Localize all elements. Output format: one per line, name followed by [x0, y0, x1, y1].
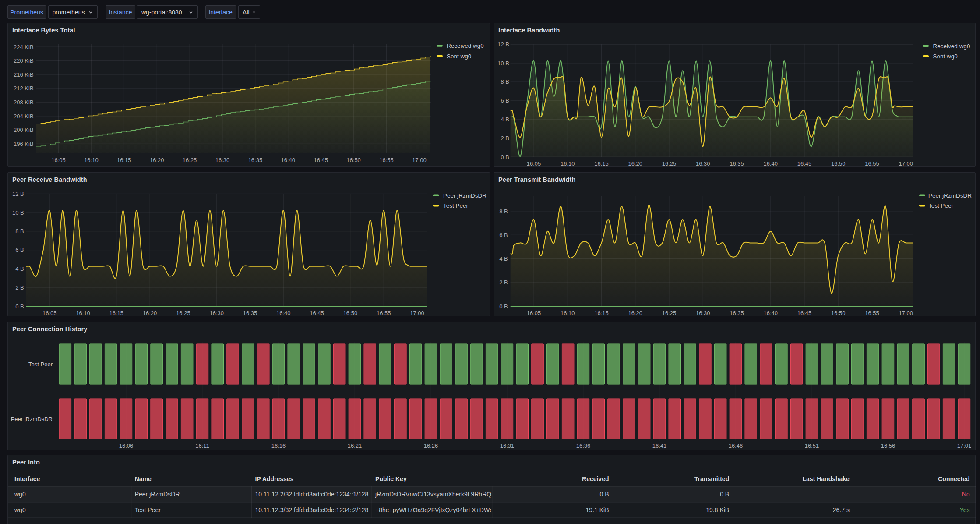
- svg-text:16:10: 16:10: [84, 157, 99, 163]
- svg-text:200 KiB: 200 KiB: [14, 127, 34, 133]
- svg-text:Last Handshake: Last Handshake: [803, 475, 850, 482]
- svg-text:16:20: 16:20: [628, 310, 643, 316]
- svg-text:Received wg0: Received wg0: [447, 42, 484, 49]
- svg-text:16:35: 16:35: [243, 310, 257, 316]
- svg-text:16:25: 16:25: [183, 157, 197, 163]
- svg-text:16:35: 16:35: [730, 310, 744, 316]
- svg-text:16:10: 16:10: [76, 310, 90, 316]
- svg-text:6 B: 6 B: [499, 232, 508, 238]
- svg-text:16:35: 16:35: [248, 157, 263, 163]
- svg-text:Transmitted: Transmitted: [694, 475, 729, 482]
- svg-text:16:30: 16:30: [696, 160, 710, 167]
- svg-text:Peer jRzmDsDR: Peer jRzmDsDR: [928, 192, 972, 199]
- svg-text:16:05: 16:05: [51, 157, 66, 163]
- svg-text:16:55: 16:55: [377, 310, 391, 316]
- svg-text:Peer jRzmDsDR: Peer jRzmDsDR: [443, 192, 486, 199]
- svg-text:Sent wg0: Sent wg0: [933, 53, 958, 60]
- svg-text:16:40: 16:40: [764, 310, 778, 316]
- svg-text:Yes: Yes: [960, 506, 970, 513]
- svg-text:16:21: 16:21: [348, 443, 362, 449]
- svg-text:Connected: Connected: [938, 475, 969, 482]
- svg-text:16:41: 16:41: [652, 443, 667, 449]
- svg-text:4 B: 4 B: [15, 266, 24, 272]
- svg-text:16:25: 16:25: [176, 310, 190, 316]
- svg-text:0 B: 0 B: [499, 303, 508, 310]
- svg-text:16:36: 16:36: [576, 443, 591, 449]
- svg-text:0 B: 0 B: [599, 491, 609, 498]
- svg-text:Test Peer: Test Peer: [928, 202, 954, 209]
- svg-text:Peer jRzmDsDR: Peer jRzmDsDR: [135, 491, 180, 498]
- svg-text:Peer jRzmDsDR: Peer jRzmDsDR: [11, 416, 53, 422]
- svg-text:0 B: 0 B: [720, 491, 729, 498]
- svg-text:16:11: 16:11: [195, 443, 209, 449]
- svg-text:16:40: 16:40: [764, 160, 778, 167]
- svg-text:16:20: 16:20: [143, 310, 157, 316]
- svg-text:16:30: 16:30: [215, 157, 230, 163]
- svg-text:Sent wg0: Sent wg0: [447, 53, 471, 60]
- svg-text:16:51: 16:51: [805, 443, 819, 449]
- svg-text:Received: Received: [582, 475, 609, 482]
- svg-text:8 B: 8 B: [15, 228, 24, 234]
- svg-text:16:15: 16:15: [594, 310, 609, 316]
- svg-text:10.11.12.3/32,fdfd:d3ad:c0de:1: 10.11.12.3/32,fdfd:d3ad:c0de:1234::2/128: [255, 506, 368, 513]
- svg-text:16:10: 16:10: [561, 160, 575, 167]
- svg-text:212 KiB: 212 KiB: [14, 85, 34, 92]
- svg-text:17:00: 17:00: [412, 157, 427, 163]
- svg-text:12 B: 12 B: [12, 191, 24, 197]
- svg-text:16:56: 16:56: [881, 443, 895, 449]
- svg-text:16:25: 16:25: [662, 160, 677, 167]
- svg-text:16:55: 16:55: [379, 157, 394, 163]
- svg-text:16:30: 16:30: [696, 310, 710, 316]
- svg-text:16:50: 16:50: [343, 310, 358, 316]
- svg-text:16:55: 16:55: [865, 160, 879, 167]
- svg-text:Test Peer: Test Peer: [443, 202, 469, 209]
- svg-text:16:25: 16:25: [662, 310, 677, 316]
- svg-text:16:20: 16:20: [150, 157, 164, 163]
- svg-text:16:35: 16:35: [730, 160, 744, 167]
- svg-text:204 KiB: 204 KiB: [14, 113, 34, 120]
- svg-text:No: No: [962, 491, 970, 498]
- svg-text:220 KiB: 220 KiB: [14, 57, 34, 64]
- svg-text:10.11.12.2/32,fdfd:d3ad:c0de:1: 10.11.12.2/32,fdfd:d3ad:c0de:1234::1/128: [255, 491, 368, 498]
- svg-text:Public Key: Public Key: [375, 475, 407, 482]
- svg-text:17:00: 17:00: [899, 160, 913, 167]
- svg-text:16:50: 16:50: [831, 310, 846, 316]
- svg-text:10 B: 10 B: [497, 60, 509, 67]
- svg-text:16:45: 16:45: [797, 160, 812, 167]
- svg-text:16:10: 16:10: [561, 310, 575, 316]
- svg-text:Interface: Interface: [14, 475, 40, 482]
- svg-text:196 KiB: 196 KiB: [14, 141, 34, 147]
- svg-text:19.8 KiB: 19.8 KiB: [706, 506, 729, 513]
- svg-text:208 KiB: 208 KiB: [14, 99, 34, 106]
- svg-text:17:01: 17:01: [957, 443, 972, 449]
- svg-text:216 KiB: 216 KiB: [14, 71, 34, 78]
- svg-text:IP Addresses: IP Addresses: [255, 475, 293, 482]
- svg-text:16:50: 16:50: [346, 157, 361, 163]
- svg-text:wg0: wg0: [14, 491, 26, 498]
- svg-text:8 B: 8 B: [499, 208, 508, 215]
- svg-text:4 B: 4 B: [501, 116, 509, 123]
- svg-text:0 B: 0 B: [15, 303, 24, 310]
- svg-text:Test Peer: Test Peer: [135, 506, 161, 513]
- svg-text:16:46: 16:46: [729, 443, 743, 449]
- svg-text:wg0: wg0: [14, 506, 26, 513]
- svg-text:6 B: 6 B: [501, 97, 509, 104]
- svg-text:16:26: 16:26: [424, 443, 438, 449]
- svg-text:26.7 s: 26.7 s: [833, 506, 850, 513]
- svg-text:16:45: 16:45: [310, 310, 324, 316]
- svg-text:10 B: 10 B: [12, 209, 24, 216]
- svg-text:+8he+pyWH7Oa9g2FVjIxQzy04brLX+: +8he+pyWH7Oa9g2FVjIxQzy04brLX+DWqkEa=: [375, 506, 507, 513]
- svg-text:12 B: 12 B: [497, 41, 509, 48]
- svg-text:19.1 KiB: 19.1 KiB: [586, 506, 609, 513]
- svg-text:17:00: 17:00: [410, 310, 424, 316]
- svg-text:16:45: 16:45: [314, 157, 328, 163]
- svg-text:16:16: 16:16: [271, 443, 286, 449]
- svg-text:224 KiB: 224 KiB: [14, 44, 34, 50]
- svg-text:16:55: 16:55: [865, 310, 879, 316]
- svg-text:16:40: 16:40: [281, 157, 296, 163]
- svg-text:6 B: 6 B: [15, 247, 24, 253]
- svg-text:16:15: 16:15: [117, 157, 131, 163]
- svg-text:16:45: 16:45: [797, 310, 812, 316]
- svg-text:0 B: 0 B: [501, 154, 509, 160]
- svg-text:Name: Name: [135, 475, 152, 482]
